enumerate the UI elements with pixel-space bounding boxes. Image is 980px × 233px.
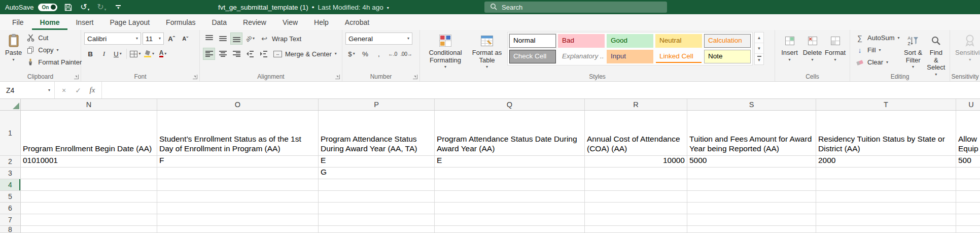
cell-O1[interactable]: Student’s Enrollment Status as of the 1s… — [157, 111, 319, 156]
gallery-scroll-down-icon[interactable]: ▼ — [755, 43, 763, 54]
font-color-button[interactable]: A▾ — [157, 48, 169, 60]
format-as-table-button[interactable]: Format as Table ▾ — [468, 32, 506, 70]
cell-U4[interactable] — [956, 179, 980, 191]
cell-N8[interactable] — [21, 226, 157, 233]
increase-font-size-button[interactable]: Aˆ — [165, 32, 178, 45]
row-header-4[interactable]: 4 — [0, 179, 21, 191]
decrease-decimal-button[interactable]: .00→ — [400, 48, 412, 60]
cut-button[interactable]: Cut — [24, 32, 84, 44]
enter-icon[interactable]: ✓ — [71, 86, 85, 94]
cell-O5[interactable] — [157, 191, 319, 203]
align-middle-button[interactable] — [217, 32, 229, 45]
sort-filter-button[interactable]: AZ Sort & Filter ▾ — [902, 32, 925, 70]
cell-T3[interactable] — [816, 168, 956, 179]
tab-page-layout[interactable]: Page Layout — [101, 14, 158, 30]
tab-view[interactable]: View — [274, 14, 306, 30]
column-header-R[interactable]: R — [585, 99, 687, 110]
cell-N4[interactable] — [21, 179, 157, 191]
cell-style-good[interactable]: Good — [607, 34, 653, 48]
column-header-S[interactable]: S — [687, 99, 816, 110]
font-name-select[interactable]: Calibri ▾ — [84, 32, 141, 45]
cell-N3[interactable] — [21, 168, 157, 179]
autosum-button[interactable]: ∑AutoSum▾ — [853, 32, 902, 44]
cell-T4[interactable] — [816, 179, 956, 191]
bold-button[interactable]: B — [84, 48, 96, 60]
row-header-1[interactable]: 1 — [0, 111, 21, 156]
cell-O2[interactable]: F — [157, 156, 319, 168]
borders-button[interactable]: ▾ — [129, 48, 142, 60]
sensitivity-button[interactable]: Sensitivity ▾ — [953, 32, 980, 63]
search-box[interactable]: Search — [484, 2, 667, 13]
cell-P3[interactable]: G — [319, 168, 435, 179]
cell-Q1[interactable]: Program Attendance Status Date During Aw… — [435, 111, 585, 156]
cell-P2[interactable]: E — [319, 156, 435, 168]
cell-style-note[interactable]: Note — [704, 50, 751, 63]
clipboard-dialog-launcher-icon[interactable] — [74, 75, 79, 79]
cell-style-calculation[interactable]: Calculation — [704, 34, 751, 48]
cell-S6[interactable] — [687, 203, 816, 214]
cell-Q7[interactable] — [435, 214, 585, 226]
cell-P7[interactable] — [319, 214, 435, 226]
delete-cells-button[interactable]: Delete ▾ — [801, 32, 824, 63]
redo-button[interactable]: ↻▾ — [95, 1, 108, 13]
column-header-N[interactable]: N — [21, 99, 157, 110]
cancel-icon[interactable]: × — [57, 86, 71, 94]
column-header-T[interactable]: T — [816, 99, 956, 110]
cell-T7[interactable] — [816, 214, 956, 226]
cell-Q3[interactable] — [435, 168, 585, 179]
column-header-U[interactable]: U — [956, 99, 980, 110]
formula-input[interactable] — [102, 82, 980, 98]
wrap-text-button[interactable]: ↩Wrap Text — [258, 33, 303, 45]
comma-style-button[interactable]: , — [373, 48, 385, 60]
autosave-toggle[interactable]: On — [38, 4, 57, 11]
orientation-button[interactable]: ab▾ — [244, 32, 256, 45]
align-bottom-button[interactable] — [230, 32, 242, 45]
cell-T5[interactable] — [816, 191, 956, 203]
cell-P5[interactable] — [319, 191, 435, 203]
font-size-select[interactable]: 11 ▾ — [143, 32, 164, 45]
tab-home[interactable]: Home — [32, 14, 68, 30]
find-select-button[interactable]: Find & Select ▾ — [925, 32, 948, 78]
underline-button[interactable]: U▾ — [112, 48, 124, 60]
tab-review[interactable]: Review — [235, 14, 274, 30]
align-top-button[interactable] — [203, 32, 215, 45]
row-header-6[interactable]: 6 — [0, 203, 21, 214]
cell-style-neutral[interactable]: Neutral — [655, 34, 702, 48]
customize-quick-access-icon[interactable]: ▾ — [112, 1, 124, 13]
clear-button[interactable]: Clear▾ — [853, 56, 902, 68]
cell-U3[interactable] — [956, 168, 980, 179]
cell-P4[interactable] — [319, 179, 435, 191]
cell-Q2[interactable]: E — [435, 156, 585, 168]
decrease-indent-button[interactable] — [244, 48, 256, 60]
row-header-7[interactable]: 7 — [0, 214, 21, 226]
cell-O6[interactable] — [157, 203, 319, 214]
row-header-3[interactable]: 3 — [0, 168, 21, 179]
cell-style-explanatory[interactable]: Explanatory ... — [558, 50, 605, 63]
cell-style-linked-cell[interactable]: Linked Cell — [655, 50, 702, 63]
cell-style-normal[interactable]: Normal — [509, 34, 556, 48]
cell-O3[interactable] — [157, 168, 319, 179]
cell-S5[interactable] — [687, 191, 816, 203]
save-icon[interactable] — [62, 1, 74, 13]
column-header-O[interactable]: O — [157, 99, 319, 110]
cell-U8[interactable] — [956, 226, 980, 233]
cell-T1[interactable]: Residency Tuition Status by State or Dis… — [816, 111, 956, 156]
cell-T6[interactable] — [816, 203, 956, 214]
format-cells-button[interactable]: Format ▾ — [824, 32, 847, 63]
percent-style-button[interactable]: % — [359, 48, 371, 60]
select-all-corner[interactable] — [0, 99, 21, 110]
cell-U7[interactable] — [956, 214, 980, 226]
tab-data[interactable]: Data — [203, 14, 235, 30]
number-dialog-launcher-icon[interactable] — [413, 75, 417, 79]
cell-P8[interactable] — [319, 226, 435, 233]
cell-Q8[interactable] — [435, 226, 585, 233]
column-header-Q[interactable]: Q — [435, 99, 585, 110]
cell-N2[interactable]: 01010001 — [21, 156, 157, 168]
cell-style-input[interactable]: Input — [607, 50, 653, 63]
increase-decimal-button[interactable]: ←.0 — [387, 48, 399, 60]
cell-O7[interactable] — [157, 214, 319, 226]
cell-R2[interactable]: 10000 — [585, 156, 687, 168]
tab-acrobat[interactable]: Acrobat — [337, 14, 377, 30]
cell-P6[interactable] — [319, 203, 435, 214]
cell-R1[interactable]: Annual Cost of Attendance (COA) (AA) — [585, 111, 687, 156]
